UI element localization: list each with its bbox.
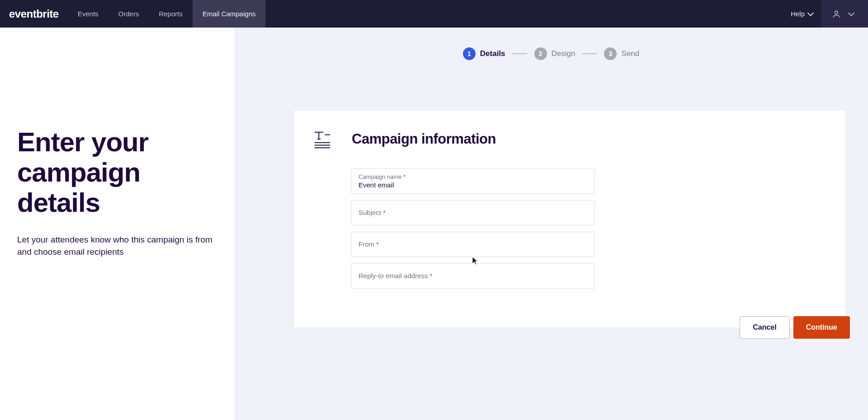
svg-point-0 bbox=[835, 11, 838, 14]
step-number: 1 bbox=[463, 47, 476, 60]
chevron-down-icon bbox=[807, 9, 814, 16]
field-label: From * bbox=[359, 240, 587, 248]
step-label: Design bbox=[552, 49, 576, 58]
right-pane: 1 Details 2 Design 3 Send bbox=[234, 28, 868, 420]
help-menu[interactable]: Help bbox=[783, 0, 821, 28]
field-value: Event email bbox=[359, 181, 587, 189]
title-line-3: details bbox=[17, 187, 100, 218]
field-label: Subject * bbox=[359, 209, 587, 217]
user-menu[interactable] bbox=[821, 0, 868, 28]
step-send[interactable]: 3 Send bbox=[604, 47, 639, 60]
step-details[interactable]: 1 Details bbox=[463, 47, 505, 60]
nav-item-reports[interactable]: Reports bbox=[149, 0, 193, 28]
from-field[interactable]: From * bbox=[351, 232, 595, 257]
top-nav: eventbrite Events Orders Reports Email C… bbox=[0, 0, 868, 28]
left-pane: Enter your campaign details Let your att… bbox=[0, 28, 234, 420]
cancel-button[interactable]: Cancel bbox=[740, 316, 789, 339]
page-title: Enter your campaign details bbox=[17, 127, 217, 218]
title-line-2: campaign bbox=[17, 157, 140, 187]
step-design[interactable]: 2 Design bbox=[534, 47, 576, 60]
footer-actions: Cancel Continue bbox=[740, 316, 850, 339]
field-label: Reply-to email address * bbox=[359, 272, 587, 280]
chevron-down-icon bbox=[848, 9, 854, 16]
step-divider bbox=[582, 53, 597, 54]
user-icon bbox=[832, 9, 841, 19]
help-label: Help bbox=[791, 10, 805, 18]
step-number: 2 bbox=[534, 47, 547, 60]
step-label: Send bbox=[621, 49, 639, 58]
nav-item-events[interactable]: Events bbox=[68, 0, 108, 28]
continue-button[interactable]: Continue bbox=[793, 316, 850, 339]
nav-items: Events Orders Reports Email Campaigns bbox=[68, 0, 266, 28]
nav-item-orders[interactable]: Orders bbox=[108, 0, 149, 28]
nav-item-email-campaigns[interactable]: Email Campaigns bbox=[193, 0, 266, 28]
brand-logo[interactable]: eventbrite bbox=[0, 0, 68, 28]
type-icon bbox=[312, 129, 333, 149]
step-number: 3 bbox=[604, 47, 617, 60]
campaign-info-card: Campaign information Campaign name * Eve… bbox=[294, 111, 845, 327]
page-subtitle: Let your attendees know who this campaig… bbox=[17, 233, 216, 258]
field-label: Campaign name * bbox=[359, 173, 587, 181]
reply-to-field[interactable]: Reply-to email address * bbox=[351, 263, 595, 289]
campaign-name-field[interactable]: Campaign name * Event email bbox=[351, 168, 595, 194]
subject-field[interactable]: Subject * bbox=[351, 200, 595, 225]
progress-stepper: 1 Details 2 Design 3 Send bbox=[234, 28, 868, 60]
step-divider bbox=[513, 53, 527, 54]
title-line-1: Enter your bbox=[17, 127, 148, 157]
step-label: Details bbox=[480, 49, 505, 58]
card-title: Campaign information bbox=[352, 131, 496, 147]
